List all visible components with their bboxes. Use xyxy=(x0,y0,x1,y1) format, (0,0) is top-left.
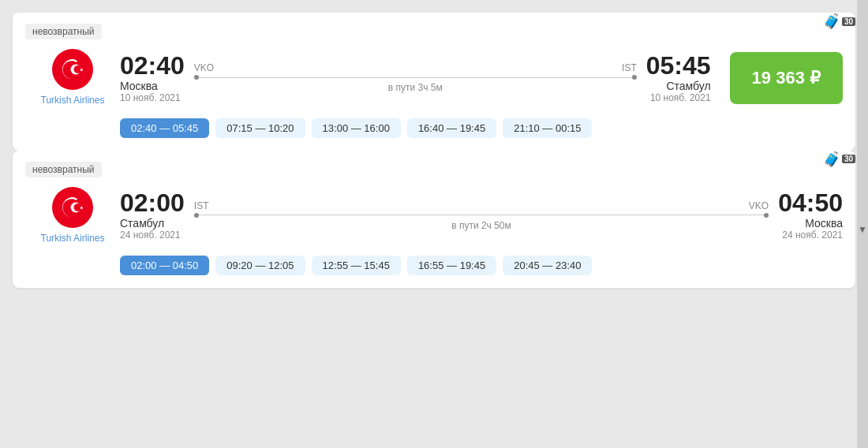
arrival-info: 04:50 Москва 24 нояб. 2021 xyxy=(778,190,843,241)
route-line-container xyxy=(194,213,769,218)
flight-card-2: невозвратный🧳30 Turkish Airlines 02:00 С… xyxy=(13,151,855,289)
time-slot-3[interactable]: 12:55 — 15:45 xyxy=(312,256,401,275)
airline-logo-circle xyxy=(52,187,93,228)
baggage-icon: 🧳 xyxy=(823,151,840,168)
flight-route: 02:40 Москва 10 нояб. 2021 VKO IST в пут… xyxy=(120,53,711,103)
flight-route: 02:00 Стамбул 24 нояб. 2021 IST VKO в пу… xyxy=(120,190,843,241)
route-dot-end xyxy=(632,75,637,80)
baggage-weight: 30 xyxy=(842,17,855,26)
airport-codes: IST VKO xyxy=(194,200,769,211)
departure-time: 02:40 xyxy=(120,53,185,78)
route-line xyxy=(199,215,764,215)
arr-airport-code: IST xyxy=(622,62,637,73)
time-slot-2[interactable]: 07:15 — 10:20 xyxy=(215,118,305,138)
flight-info: 02:40 Москва 10 нояб. 2021 VKO IST в пут… xyxy=(120,53,711,103)
airport-codes: VKO IST xyxy=(194,62,637,73)
time-slot-5[interactable]: 21:10 — 00:15 xyxy=(503,118,592,138)
flight-info: 02:00 Стамбул 24 нояб. 2021 IST VKO в пу… xyxy=(120,190,843,241)
arr-airport-code: VKO xyxy=(749,200,769,211)
route-dot-end xyxy=(764,213,769,218)
departure-date: 10 нояб. 2021 xyxy=(120,92,181,103)
price-button[interactable]: 19 363 ₽ xyxy=(730,52,843,104)
airline-logo: Turkish Airlines xyxy=(25,49,120,107)
time-slot-1[interactable]: 02:40 — 05:45 xyxy=(120,118,209,138)
non-refund-badge: невозвратный xyxy=(25,162,102,177)
baggage-icon: 🧳 xyxy=(823,13,840,30)
time-slot-5[interactable]: 20:45 — 23:40 xyxy=(503,256,592,275)
route-middle: VKO IST в пути 3ч 5м xyxy=(194,62,637,93)
route-line-container xyxy=(194,75,637,80)
airline-logo-circle xyxy=(52,49,93,90)
non-refund-badge: невозвратный xyxy=(25,24,102,39)
departure-date: 24 нояб. 2021 xyxy=(120,230,181,241)
time-slot-3[interactable]: 13:00 — 16:00 xyxy=(312,118,401,138)
time-slots: 02:40 — 05:4507:15 — 10:2013:00 — 16:001… xyxy=(120,118,843,138)
departure-time: 02:00 xyxy=(120,190,185,215)
airline-name: Turkish Airlines xyxy=(41,95,105,107)
time-slot-2[interactable]: 09:20 — 12:05 xyxy=(215,256,305,275)
arrival-info: 05:45 Стамбул 10 нояб. 2021 xyxy=(646,53,711,103)
time-slots: 02:00 — 04:5009:20 — 12:0512:55 — 15:451… xyxy=(120,256,843,275)
route-duration: в пути 2ч 50м xyxy=(451,220,511,231)
route-line xyxy=(199,77,632,78)
flight-main-row: Turkish Airlines 02:00 Стамбул 24 нояб. … xyxy=(25,187,843,245)
arrival-city: Стамбул xyxy=(666,80,710,92)
departure-info: 02:00 Стамбул 24 нояб. 2021 xyxy=(120,190,185,241)
baggage-info: 🧳30 xyxy=(823,13,855,30)
departure-info: 02:40 Москва 10 нояб. 2021 xyxy=(120,53,185,103)
time-slot-1[interactable]: 02:00 — 04:50 xyxy=(120,256,209,275)
dep-airport-code: VKO xyxy=(194,62,214,73)
time-slot-4[interactable]: 16:40 — 19:45 xyxy=(407,118,496,138)
airline-logo: Turkish Airlines xyxy=(25,187,120,245)
departure-city: Москва xyxy=(120,80,158,92)
arrival-date: 10 нояб. 2021 xyxy=(650,92,711,103)
arrival-time: 04:50 xyxy=(778,190,843,215)
scroll-down-arrow[interactable]: ▼ xyxy=(856,221,868,238)
arrival-date: 24 нояб. 2021 xyxy=(782,230,843,241)
arrival-time: 05:45 xyxy=(646,53,711,78)
dep-airport-code: IST xyxy=(194,200,209,211)
time-slot-4[interactable]: 16:55 — 19:45 xyxy=(407,256,496,275)
scrollbar[interactable]: ▼ xyxy=(857,0,868,448)
flight-main-row: Turkish Airlines 02:40 Москва 10 нояб. 2… xyxy=(25,49,843,107)
baggage-info: 🧳30 xyxy=(823,151,855,168)
departure-city: Стамбул xyxy=(120,217,164,230)
airline-name: Turkish Airlines xyxy=(41,233,105,245)
baggage-weight: 30 xyxy=(842,155,855,163)
flight-card-1: невозвратный🧳30 Turkish Airlines 02:40 М… xyxy=(13,13,855,151)
arrival-city: Москва xyxy=(805,217,843,230)
route-middle: IST VKO в пути 2ч 50м xyxy=(194,200,769,231)
route-duration: в пути 3ч 5м xyxy=(388,82,443,93)
